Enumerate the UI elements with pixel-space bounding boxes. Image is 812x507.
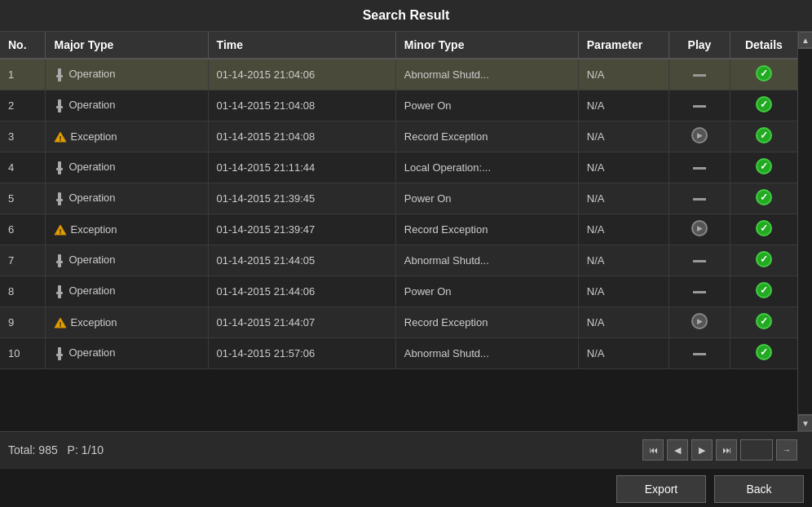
details-check-icon[interactable] xyxy=(756,189,772,205)
cell-play[interactable] xyxy=(669,90,730,121)
cell-no: 6 xyxy=(0,214,46,245)
play-button-icon[interactable] xyxy=(691,220,708,236)
cell-time: 01-14-2015 21:04:08 xyxy=(208,121,395,152)
table-row[interactable]: 2 Operation01-14-2015 21:04:08Power OnN/… xyxy=(0,90,797,121)
cell-minor-type: Power On xyxy=(395,183,578,214)
svg-rect-13 xyxy=(58,201,61,205)
svg-text:!: ! xyxy=(60,134,62,143)
details-check-icon[interactable] xyxy=(756,251,772,267)
cell-play[interactable] xyxy=(669,276,730,307)
cell-minor-type: Record Exception xyxy=(395,214,578,245)
table-row[interactable]: 3 ! Exception01-14-2015 21:04:08Record E… xyxy=(0,121,797,152)
play-button-icon[interactable] xyxy=(691,127,708,143)
tool-icon xyxy=(54,254,68,266)
table-row[interactable]: 6 ! Exception01-14-2015 21:39:47Record E… xyxy=(0,214,797,245)
tool-icon xyxy=(54,161,68,173)
cell-play[interactable] xyxy=(669,338,730,369)
svg-rect-18 xyxy=(58,263,61,267)
cell-play[interactable] xyxy=(669,183,730,214)
play-button-icon[interactable] xyxy=(691,313,708,329)
svg-rect-9 xyxy=(56,168,63,170)
page-number-input[interactable] xyxy=(740,439,773,461)
cell-play[interactable] xyxy=(669,245,730,276)
cell-details[interactable] xyxy=(730,307,797,338)
title-bar: Search Result xyxy=(0,0,812,32)
svg-rect-1 xyxy=(56,75,63,77)
warning-icon: ! xyxy=(54,223,70,236)
cell-no: 7 xyxy=(0,245,46,276)
cell-details[interactable] xyxy=(730,338,797,369)
bottom-buttons: Export Back xyxy=(0,468,812,507)
last-page-button[interactable]: ⏭ xyxy=(716,439,737,461)
details-check-icon[interactable] xyxy=(756,344,772,360)
warning-icon: ! xyxy=(54,316,70,328)
table-row[interactable]: 10 Operation01-14-2015 21:57:06Abnormal … xyxy=(0,338,797,369)
cell-time: 01-14-2015 21:04:08 xyxy=(208,90,395,121)
play-dash-icon xyxy=(693,353,706,355)
cell-details[interactable] xyxy=(730,90,797,121)
cell-parameter: N/A xyxy=(578,121,669,152)
pagination-controls[interactable]: ⏮ ◀ ▶ ⏭ → xyxy=(642,439,797,461)
table-row[interactable]: 9 ! Exception01-14-2015 21:44:07Record E… xyxy=(0,307,797,338)
details-check-icon[interactable] xyxy=(756,127,772,143)
cell-major-type: Operation xyxy=(46,245,208,276)
cell-details[interactable] xyxy=(730,59,797,90)
first-page-button[interactable]: ⏮ xyxy=(642,439,664,461)
cell-no: 5 xyxy=(0,183,46,214)
back-button[interactable]: Back xyxy=(714,475,804,503)
cell-play[interactable] xyxy=(669,214,730,245)
cell-no: 4 xyxy=(0,152,46,183)
cell-major-type: ! Exception xyxy=(46,214,208,245)
tool-icon xyxy=(54,192,68,204)
export-button[interactable]: Export xyxy=(616,475,706,503)
cell-details[interactable] xyxy=(730,276,797,307)
prev-page-button[interactable]: ◀ xyxy=(667,439,688,461)
cell-play[interactable] xyxy=(669,121,730,152)
cell-no: 1 xyxy=(0,59,46,90)
play-dash-icon xyxy=(693,291,706,293)
cell-play[interactable] xyxy=(669,152,730,183)
next-page-button[interactable]: ▶ xyxy=(691,439,713,461)
table-row[interactable]: 1 Operation01-14-2015 21:04:06Abnormal S… xyxy=(0,59,797,90)
svg-rect-10 xyxy=(58,170,61,174)
details-check-icon[interactable] xyxy=(756,96,772,112)
svg-rect-17 xyxy=(56,261,63,263)
cell-major-type: Operation xyxy=(46,59,208,90)
details-check-icon[interactable] xyxy=(756,220,772,236)
cell-details[interactable] xyxy=(730,245,797,276)
col-header-no: No. xyxy=(0,32,46,59)
scroll-track[interactable] xyxy=(798,48,812,415)
go-button[interactable]: → xyxy=(776,439,797,461)
svg-text:!: ! xyxy=(60,227,62,236)
cell-play[interactable] xyxy=(669,307,730,338)
col-header-param: Parameter xyxy=(578,32,669,59)
svg-rect-12 xyxy=(56,199,63,201)
footer-bar: Total: 985 P: 1/10 ⏮ ◀ ▶ ⏭ → xyxy=(0,431,812,468)
table-row[interactable]: 7 Operation01-14-2015 21:44:05Abnormal S… xyxy=(0,245,797,276)
cell-major-type: ! Exception xyxy=(46,121,208,152)
table-row[interactable]: 4 Operation01-14-2015 21:11:44Local Oper… xyxy=(0,152,797,183)
cell-details[interactable] xyxy=(730,183,797,214)
play-dash-icon xyxy=(693,260,706,262)
details-check-icon[interactable] xyxy=(756,65,772,82)
svg-rect-20 xyxy=(56,292,63,294)
cell-major-type: Operation xyxy=(46,90,208,121)
cell-minor-type: Abnormal Shutd... xyxy=(395,338,578,369)
details-check-icon[interactable] xyxy=(756,158,772,174)
scroll-down-button[interactable]: ▼ xyxy=(798,415,812,431)
cell-major-type: Operation xyxy=(46,152,208,183)
table-row[interactable]: 5 Operation01-14-2015 21:39:45Power OnN/… xyxy=(0,183,797,214)
vertical-scrollbar[interactable]: ▲ ▼ xyxy=(797,32,812,431)
table-row[interactable]: 8 Operation01-14-2015 21:44:06Power OnN/… xyxy=(0,276,797,307)
cell-details[interactable] xyxy=(730,214,797,245)
details-check-icon[interactable] xyxy=(756,313,772,329)
cell-details[interactable] xyxy=(730,152,797,183)
scroll-up-button[interactable]: ▲ xyxy=(798,32,812,48)
play-dash-icon xyxy=(693,105,706,108)
cell-details[interactable] xyxy=(730,121,797,152)
details-check-icon[interactable] xyxy=(756,282,772,298)
cell-major-type: Operation xyxy=(46,183,208,214)
cell-major-type: ! Exception xyxy=(46,307,208,338)
major-type-label: Operation xyxy=(68,284,115,297)
cell-play[interactable] xyxy=(669,59,730,90)
